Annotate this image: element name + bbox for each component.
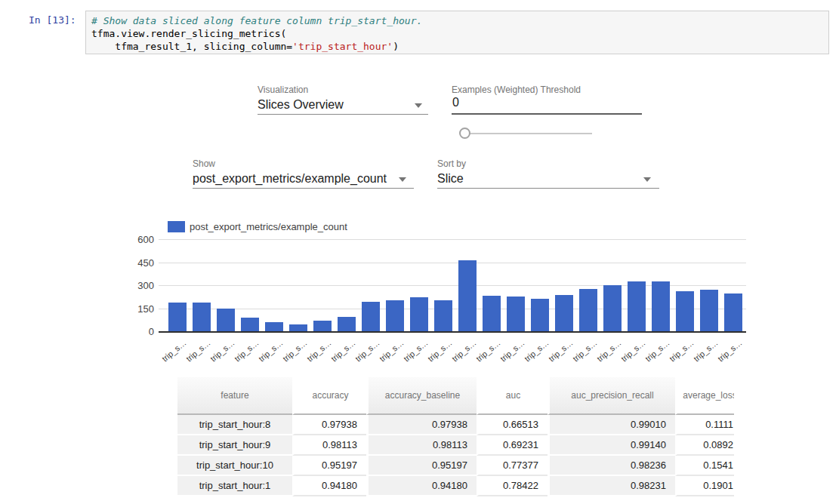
x-axis-category-label: trip_s…	[716, 338, 744, 364]
code-line-2: tfma.view.render_slicing_metrics(	[91, 27, 422, 40]
metric-cell: 0.97938	[366, 415, 477, 435]
bar[interactable]	[193, 303, 211, 331]
code-comment: # Show data sliced along feature column …	[91, 14, 422, 27]
metric-cell: 0.1541	[675, 456, 734, 476]
column-header-accuracy_baseline: accuracy_baseline	[366, 377, 477, 415]
y-axis-tick-label: 600	[130, 234, 154, 245]
metric-cell: 0.98236	[548, 456, 675, 476]
bar[interactable]	[217, 309, 235, 331]
x-axis-category-label: trip_s…	[474, 338, 502, 364]
code-input-area[interactable]: # Show data sliced along feature column …	[85, 11, 829, 54]
bar[interactable]	[724, 293, 742, 331]
metrics-table-container: featureaccuracyaccuracy_baselineaucauc_p…	[177, 377, 734, 504]
x-axis-category-label: trip_s…	[233, 338, 261, 364]
feature-cell: trip_start_hour:8	[177, 415, 292, 435]
table-header-row: featureaccuracyaccuracy_baselineaucauc_p…	[177, 377, 734, 415]
bar[interactable]	[265, 322, 283, 331]
feature-cell: trip_start_hour:1	[177, 476, 292, 496]
bar[interactable]	[531, 299, 549, 332]
tfma-slicing-metrics-view: In [13]: # Show data sliced along featur…	[0, 0, 839, 504]
table-row: trip_start_hour:90.981130.981130.692310.…	[177, 435, 734, 456]
x-axis-category-label: trip_s…	[619, 338, 647, 364]
metric-cell: 0.95197	[292, 456, 366, 476]
bar[interactable]	[652, 281, 670, 332]
column-header-auc_precision_recall: auc_precision_recall	[548, 377, 675, 415]
metric-cell: 0.1111	[675, 415, 734, 435]
sort-by-value[interactable]: Slice	[437, 172, 464, 186]
legend-label: post_export_metrics/example_count	[190, 221, 347, 232]
show-label: Show	[193, 158, 215, 169]
show-underline	[193, 188, 414, 189]
metric-cell: 0.77377	[477, 456, 548, 476]
cell-prompt: In [13]:	[29, 14, 76, 26]
metric-cell: 0.69231	[477, 435, 548, 456]
bar[interactable]	[410, 297, 428, 331]
x-axis-category-label: trip_s…	[595, 338, 623, 364]
x-axis-category-label: trip_s…	[281, 338, 309, 364]
metric-cell: 0.99140	[548, 435, 675, 456]
bar[interactable]	[313, 321, 332, 331]
legend-swatch	[168, 221, 185, 232]
x-axis-category-label: trip_s…	[402, 338, 430, 364]
chevron-down-icon[interactable]	[415, 103, 422, 108]
x-axis-category-label: trip_s…	[257, 338, 285, 364]
gridline	[159, 263, 746, 263]
metric-cell: 0.1901	[675, 476, 734, 496]
bar[interactable]	[603, 285, 622, 331]
bar[interactable]	[579, 289, 597, 331]
metric-cell: 0.94180	[366, 476, 477, 496]
chevron-down-icon[interactable]	[399, 177, 406, 182]
x-axis-category-label: trip_s…	[450, 338, 478, 364]
metric-cell: 0.78422	[477, 476, 548, 496]
x-axis-category-label: trip_s…	[160, 338, 188, 364]
gridline	[159, 239, 746, 240]
y-axis-tick-label: 150	[130, 303, 154, 315]
sort-by-label: Sort by	[437, 158, 466, 169]
bar[interactable]	[362, 302, 380, 331]
bar[interactable]	[628, 281, 646, 332]
x-axis-category-label: trip_s…	[426, 338, 454, 364]
bar[interactable]	[289, 324, 307, 331]
y-axis-tick-label: 0	[130, 326, 154, 337]
bar[interactable]	[458, 260, 477, 331]
bar[interactable]	[168, 303, 187, 331]
table-row: trip_start_hour:80.979380.979380.665130.…	[177, 415, 734, 435]
x-axis-category-label: trip_s…	[643, 338, 671, 364]
table-row: trip_start_hour:10.941800.941800.784220.…	[177, 476, 734, 496]
x-axis-category-label: trip_s…	[498, 338, 526, 364]
x-axis-category-label: trip_s…	[329, 338, 357, 364]
bar[interactable]	[386, 300, 404, 331]
metric-cell: 0.98113	[292, 435, 366, 456]
y-axis-tick-label: 300	[130, 280, 154, 291]
metric-cell: 0.94180	[292, 476, 366, 496]
bar[interactable]	[241, 318, 259, 331]
x-axis-category-label: trip_s…	[523, 338, 551, 364]
code-line-3: tfma_result_1, slicing_column='trip_star…	[91, 40, 422, 53]
sort-by-underline	[437, 188, 659, 189]
visualization-underline	[258, 114, 428, 115]
bar[interactable]	[507, 297, 525, 331]
visualization-value[interactable]: Slices Overview	[258, 98, 344, 112]
threshold-slider-track[interactable]	[465, 133, 592, 134]
code-block[interactable]: # Show data sliced along feature column …	[91, 14, 422, 53]
threshold-input[interactable]	[452, 96, 642, 115]
chevron-down-icon[interactable]	[643, 177, 651, 182]
show-value[interactable]: post_export_metrics/example_count	[193, 172, 387, 186]
bar[interactable]	[555, 295, 573, 331]
bar[interactable]	[700, 290, 718, 331]
column-header-accuracy: accuracy	[292, 377, 366, 415]
metrics-table: featureaccuracyaccuracy_baselineaucauc_p…	[177, 377, 734, 496]
bar[interactable]	[434, 300, 452, 331]
threshold-label: Examples (Weighted) Threshold	[452, 85, 581, 95]
x-axis-category-label: trip_s…	[305, 338, 333, 364]
visualization-label: Visualization	[258, 85, 308, 95]
x-axis-category-label: trip_s…	[692, 338, 720, 364]
x-axis-category-label: trip_s…	[353, 338, 381, 364]
table-row: trip_start_hour:100.951970.951970.773770…	[177, 456, 734, 476]
bar[interactable]	[483, 296, 501, 331]
x-axis-category-label: trip_s…	[547, 338, 575, 364]
threshold-slider-handle[interactable]	[459, 128, 470, 139]
bar[interactable]	[676, 291, 694, 332]
feature-cell: trip_start_hour:10	[177, 456, 292, 476]
bar[interactable]	[338, 317, 356, 331]
